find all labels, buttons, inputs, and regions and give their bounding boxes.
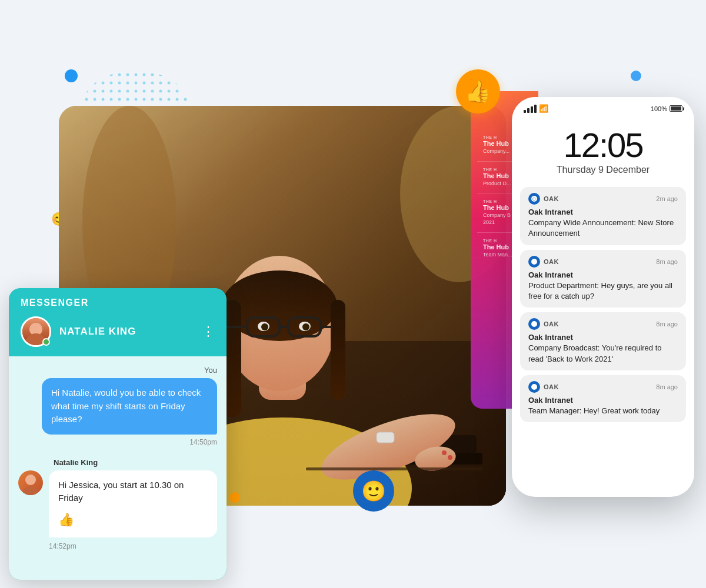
notif-2-time: 8m ago: [656, 258, 678, 265]
notif-1-header: O OAK 2m ago: [528, 193, 678, 205]
notif-1-message: Company Wide Announcement: New Store Ann…: [528, 218, 678, 239]
svg-point-21: [261, 323, 268, 330]
orange-dot-decoration: [229, 492, 240, 503]
thumbsup-badge: 👍: [456, 69, 500, 113]
phone-signal: 📶: [524, 104, 548, 113]
messenger-body: You Hi Natalie, would you be able to che…: [9, 356, 227, 580]
battery-fill: [671, 106, 681, 111]
online-status-dot: [42, 338, 50, 346]
svg-point-27: [448, 455, 452, 460]
phone-notifications: O OAK 2m ago Oak Intranet Company Wide A…: [512, 181, 694, 428]
contact-avatar-container: [21, 316, 51, 347]
notif-3-time: 8m ago: [656, 320, 678, 328]
notif-2-sender: Oak Intranet: [528, 270, 678, 280]
svg-rect-24: [377, 432, 394, 443]
notif-4-sender-name: Oak Intranet: [528, 396, 573, 405]
messenger-panel: MESSENGER NATALIE KING ⋮ You Hi Natalie,…: [9, 288, 227, 580]
notif-3-message: Company Broadcast: You're required to re…: [528, 343, 678, 364]
notif-2-app-name: OAK: [544, 258, 559, 265]
notif-3-sender: Oak Intranet: [528, 332, 678, 343]
contact-name: NATALIE KING: [59, 326, 136, 338]
messenger-header: MESSENGER NATALIE KING ⋮: [9, 288, 227, 356]
msg-time-incoming: 14:52pm: [49, 542, 217, 550]
notification-2: OAK 8m ago Oak Intranet Product Departme…: [520, 250, 686, 308]
svg-point-26: [442, 450, 447, 455]
battery-percentage: 100%: [651, 105, 667, 112]
msg-in-sender-name: Natalie King: [54, 458, 217, 467]
msg-avatar-incoming: [18, 470, 43, 495]
messenger-contact-row: NATALIE KING ⋮: [21, 316, 215, 347]
svg-rect-28: [306, 467, 482, 470]
notification-1: O OAK 2m ago Oak Intranet Company Wide A…: [520, 187, 686, 245]
phone-frame: 📶 100% 12:05 Thursday 9 December O OAK: [512, 97, 694, 497]
msg-time-outgoing: 14:50pm: [18, 438, 217, 446]
phone-time: 12:05: [512, 128, 694, 162]
notif-4-app-name: OAK: [544, 383, 559, 390]
signal-bar-1: [524, 110, 526, 113]
svg-point-31: [531, 259, 537, 265]
msg-incoming-row: Hi Jessica, you start at 10.30 on Friday…: [18, 470, 217, 537]
phone-battery: 100%: [651, 105, 682, 112]
msg-bubble-outgoing: Hi Natalie, would you be able to check w…: [42, 378, 217, 435]
blue-dot-decoration-tr: [631, 71, 641, 81]
notif-1-app-icon: O: [528, 193, 540, 205]
phone-date: Thursday 9 December: [512, 165, 694, 175]
notif-4-sender: Oak Intranet: [528, 395, 678, 406]
contact-info: NATALIE KING: [21, 316, 136, 347]
msg-in-text: Hi Jessica, you start at 10.30 on Friday: [58, 480, 184, 503]
notif-1-time: 2m ago: [656, 195, 678, 202]
phone-time-display: 12:05 Thursday 9 December: [512, 116, 694, 181]
smiley-icon: 🙂: [361, 479, 386, 503]
notif-3-app-row: OAK: [528, 318, 559, 330]
blue-dot-decoration-tl: [65, 69, 78, 82]
notif-1-sender: Oak Intranet: [528, 207, 678, 218]
notif-3-app-name: OAK: [544, 320, 559, 328]
svg-point-22: [302, 323, 309, 330]
msg-thumbs-emoji: 👍: [58, 510, 208, 529]
signal-bar-2: [527, 108, 530, 113]
notif-2-app-row: OAK: [528, 256, 559, 268]
notification-3: OAK 8m ago Oak Intranet Company Broadcas…: [520, 312, 686, 370]
battery-icon: [670, 105, 682, 112]
notif-2-header: OAK 8m ago: [528, 256, 678, 268]
notif-1-app-name: OAK: [544, 195, 559, 202]
notif-4-app-icon: [528, 381, 540, 393]
notif-1-app-row: O OAK: [528, 193, 559, 205]
notif-4-header: OAK 8m ago: [528, 381, 678, 393]
notif-3-app-icon: [528, 318, 540, 330]
signal-bars: [524, 105, 537, 113]
notif-4-message: Team Manager: Hey! Great work today: [528, 406, 678, 416]
signal-bar-3: [531, 106, 533, 113]
notif-3-sender-name: Oak Intranet: [528, 333, 573, 342]
wifi-icon: 📶: [539, 104, 548, 113]
smiley-badge: 🙂: [353, 470, 394, 512]
messenger-title: MESSENGER: [21, 298, 215, 308]
svg-rect-13: [331, 300, 345, 400]
phone-status-bar: 📶 100%: [512, 97, 694, 116]
notif-1-sender-name: Oak Intranet: [528, 208, 573, 216]
thumbsup-icon: 👍: [465, 79, 491, 104]
notif-2-sender-name: Oak Intranet: [528, 270, 573, 279]
msg-bubble-incoming: Hi Jessica, you start at 10.30 on Friday…: [49, 470, 217, 537]
notif-4-time: 8m ago: [656, 383, 678, 390]
notification-4: OAK 8m ago Oak Intranet Team Manager: He…: [520, 375, 686, 422]
notif-2-app-icon: [528, 256, 540, 268]
msg-you-label: You: [18, 366, 217, 375]
svg-point-33: [531, 384, 537, 390]
svg-text:O: O: [532, 197, 536, 201]
svg-point-32: [531, 321, 537, 327]
notif-3-header: OAK 8m ago: [528, 318, 678, 330]
signal-bar-4: [534, 105, 537, 113]
more-options-icon[interactable]: ⋮: [202, 324, 215, 339]
notif-2-message: Product Department: Hey guys, are you al…: [528, 280, 678, 302]
notif-4-app-row: OAK: [528, 381, 559, 393]
